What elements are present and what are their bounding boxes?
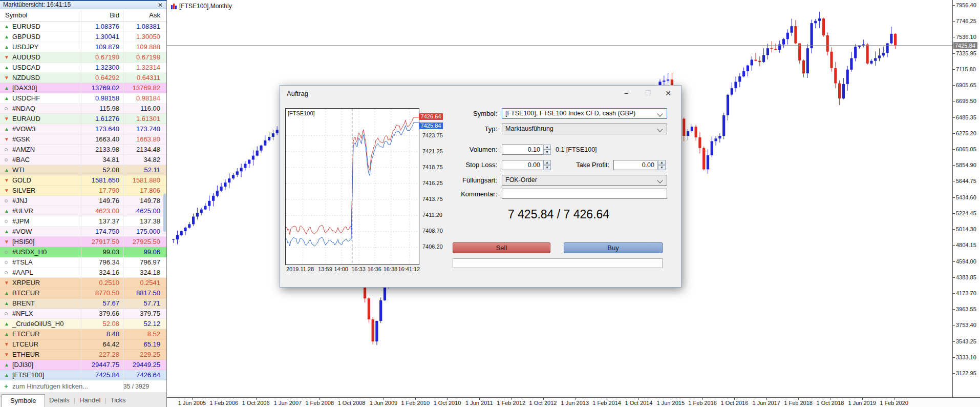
table-row[interactable]: ▲#ULVR4623.004625.00: [0, 206, 166, 216]
table-row[interactable]: ▲ETCEUR8.488.52: [0, 329, 166, 339]
table-row[interactable]: ▲[FTSE100]7425.847426.64: [0, 370, 166, 380]
order-type-select[interactable]: Marktausführung: [502, 124, 667, 134]
table-row[interactable]: #JPM137.37137.38: [0, 216, 166, 227]
price-axis-label: 4804.15: [956, 242, 976, 248]
table-row[interactable]: ▲[DJI30]29447.7529449.25: [0, 360, 166, 370]
table-row[interactable]: #AAPL324.16324.18: [0, 268, 166, 278]
table-row[interactable]: ▼LTCEUR64.4265.19: [0, 339, 166, 350]
bid-cell: 1581.650: [92, 175, 119, 186]
tab-handel[interactable]: Handel: [79, 396, 100, 404]
price-axis-label: 5014.30: [956, 226, 976, 232]
trend-down-icon: ▼: [3, 73, 10, 83]
axis-tick: [953, 149, 955, 150]
time-axis-label: 1 Oct 2012: [525, 400, 561, 406]
bid-cell: 7425.84: [95, 370, 119, 380]
sell-button[interactable]: Sell: [453, 242, 550, 253]
ask-cell: 13769.82: [133, 83, 160, 93]
table-row[interactable]: ▼AUDUSD0.671900.67198: [0, 52, 166, 63]
table-row[interactable]: ▲#VOW3173.640173.740: [0, 124, 166, 134]
price-axis-label: 4383.85: [956, 274, 976, 280]
time-axis-label: 1 Feb 2006: [206, 400, 242, 406]
table-row[interactable]: ▲USDCAD1.323001.32314: [0, 63, 166, 73]
table-row[interactable]: ▼GOLD1581.6501581.880: [0, 175, 166, 186]
tab-ticks[interactable]: Ticks: [111, 396, 126, 404]
table-row[interactable]: ▲USDJPY109.879109.888: [0, 42, 166, 52]
price-axis[interactable]: 7956.407746.257536.107325.957115.806905.…: [952, 0, 980, 397]
table-row[interactable]: #AMZN2133.982134.48: [0, 145, 166, 155]
trend-up-icon: ▲: [3, 83, 10, 93]
table-row[interactable]: ▲BTCEUR8770.508817.50: [0, 288, 166, 298]
spin-down-button[interactable]: ▼: [543, 150, 551, 155]
column-header-ask[interactable]: Ask: [149, 9, 160, 22]
table-row[interactable]: ▼#GSK1663.401663.80: [0, 134, 166, 145]
table-row[interactable]: #NFLX379.66379.75: [0, 309, 166, 319]
bid-cell: 0.98158: [95, 93, 119, 104]
scrollbar-thumb[interactable]: [163, 194, 166, 232]
buy-button[interactable]: Buy: [564, 242, 663, 253]
trend-neutral-icon: [5, 158, 8, 161]
table-row[interactable]: ▲EURUSD1.083761.08381: [0, 22, 166, 32]
filling-select[interactable]: FOK-Order: [502, 175, 667, 186]
table-row[interactable]: ▲WTI52.0852.11: [0, 165, 166, 175]
dialog-titlebar[interactable]: Auftrag – ❐ ✕: [280, 86, 681, 101]
tab-divider: |: [100, 396, 110, 404]
price-axis-label: 7115.80: [956, 66, 976, 72]
ask-cell: 149.78: [140, 196, 160, 206]
table-row[interactable]: #TSLA796.34796.97: [0, 257, 166, 268]
tab-details[interactable]: Details: [49, 396, 70, 404]
ask-cell: 7426.64: [136, 370, 160, 380]
symbol-select[interactable]: [FTSE100], FTSE100 Index CFD, cash (GBP): [502, 108, 667, 119]
table-row[interactable]: ▲BRENT57.6757.71: [0, 298, 166, 309]
spin-up-button[interactable]: ▲: [543, 145, 551, 150]
close-icon[interactable]: ✕: [661, 88, 676, 99]
axis-tick: [953, 101, 955, 101]
takeprofit-input[interactable]: [613, 160, 657, 170]
table-row[interactable]: #JNJ149.76149.78: [0, 196, 166, 206]
table-row[interactable]: #BAC34.8134.82: [0, 155, 166, 165]
table-row[interactable]: ▲[DAX30]13769.0213769.82: [0, 83, 166, 93]
ask-cell: 27925.50: [133, 237, 160, 247]
table-row[interactable]: #USDX_H099.0399.06: [0, 247, 166, 257]
table-row[interactable]: #NDAQ115.98116.00: [0, 104, 166, 114]
close-icon[interactable]: ✕: [158, 2, 163, 9]
axis-tick: [953, 181, 955, 181]
tick-price-label: 7411.20: [422, 212, 442, 218]
symbol-cell: [FTSE100]: [12, 370, 44, 380]
symbol-cell: #USDX_H0: [12, 247, 47, 257]
table-row[interactable]: ▼EURAUD1.612761.61301: [0, 114, 166, 124]
symbol-cell: #NFLX: [12, 309, 33, 319]
table-row[interactable]: ▼SILVER17.79017.806: [0, 186, 166, 196]
time-axis-label: 1 Feb 2018: [780, 400, 816, 406]
column-header-bid[interactable]: Bid: [110, 9, 119, 22]
ask-cell: 0.64311: [137, 73, 160, 83]
comment-input[interactable]: [502, 189, 667, 199]
trend-up-icon: ▲: [3, 298, 10, 309]
spin-up-button[interactable]: ▲: [658, 160, 666, 165]
table-row[interactable]: ▼XRPEUR0.25100.2541: [0, 278, 166, 288]
price-axis-label: 6905.65: [956, 82, 976, 88]
stoploss-input[interactable]: [502, 160, 543, 170]
time-axis[interactable]: 1 Jun 20051 Feb 20061 Oct 20061 Jun 2007…: [167, 397, 980, 407]
table-row[interactable]: ▼NZDUSD0.642920.64311: [0, 73, 166, 83]
symbol-cell: _CrudeOilUS_H0: [12, 319, 63, 329]
table-row[interactable]: ▲USDCHF0.981580.98184: [0, 93, 166, 104]
table-row[interactable]: ▲#VOW174.750175.000: [0, 227, 166, 237]
market-rows: ▲EURUSD1.083761.08381▲GBPUSD1.300411.300…: [0, 22, 166, 380]
bid-cell: 0.67190: [95, 52, 119, 63]
tick-time-label: 16:38: [384, 266, 398, 272]
volume-input[interactable]: [502, 145, 543, 155]
symbol-cell: #JPM: [12, 216, 29, 227]
column-header-symbol[interactable]: Symbol: [5, 9, 27, 22]
spin-down-button[interactable]: ▼: [658, 165, 666, 170]
table-row[interactable]: ▼[HSI50]27917.5027925.50: [0, 237, 166, 247]
tick-chart-symbol: [FTSE100]: [288, 110, 315, 116]
tab-symbole[interactable]: Symbole: [2, 394, 45, 407]
add-symbol-row[interactable]: + zum Hinzufügen klicken... 35 / 3929: [0, 380, 166, 393]
price-axis-label: 7325.95: [956, 50, 976, 56]
table-row[interactable]: ▲GBPUSD1.300411.30050: [0, 32, 166, 42]
table-row[interactable]: ▲_CrudeOilUS_H052.0852.12: [0, 319, 166, 329]
minimize-icon[interactable]: –: [619, 88, 634, 99]
ask-cell: 175.000: [136, 227, 160, 237]
bid-cell: 4623.00: [95, 206, 119, 216]
table-row[interactable]: ▼ETHEUR227.28229.25: [0, 350, 166, 360]
